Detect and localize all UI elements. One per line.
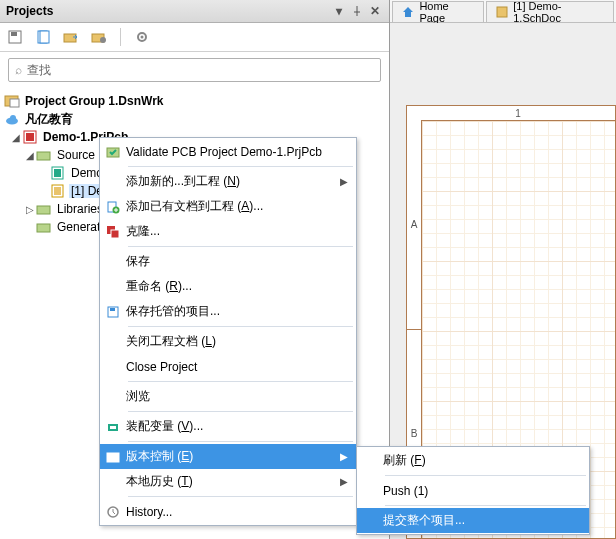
panel-pin-icon[interactable]	[349, 3, 365, 19]
document-tabs: Home Page [1] Demo-1.SchDoc	[390, 0, 616, 23]
tab-home[interactable]: Home Page	[392, 1, 484, 22]
panel-menu-icon[interactable]: ▾	[331, 3, 347, 19]
submenu-arrow-icon: ▶	[340, 176, 348, 187]
menu-rename[interactable]: 重命名 (R)...	[100, 274, 356, 299]
managed-icon	[100, 305, 126, 319]
version-control-icon	[100, 450, 126, 464]
panel-title-text: Projects	[6, 4, 53, 18]
cloud-icon	[4, 111, 20, 127]
svg-rect-3	[40, 31, 49, 43]
panel-header: Projects ▾ ✕	[0, 0, 389, 23]
menu-version-control[interactable]: 版本控制 (E)▶	[100, 444, 356, 469]
context-menu: Validate PCB Project Demo-1.PrjPcb 添加新的.…	[99, 137, 357, 526]
submenu-arrow-icon: ▶	[340, 476, 348, 487]
menu-label: 提交整个项目...	[383, 512, 589, 529]
search-input[interactable]: ⌕ 查找	[8, 58, 381, 82]
menu-label: 版本控制 (E)	[126, 448, 356, 465]
tree-label: Project Group 1.DsnWrk	[23, 94, 165, 108]
menu-label: 刷新 (F)	[383, 452, 589, 469]
gear-icon[interactable]	[133, 28, 151, 46]
expand-icon[interactable]: ▷	[24, 204, 36, 215]
menu-label: Close Project	[126, 360, 356, 374]
menu-label: 装配变量 (V)...	[126, 418, 356, 435]
menu-label: 本地历史 (T)	[126, 473, 356, 490]
submenu-refresh[interactable]: 刷新 (F)	[357, 448, 589, 473]
tab-label: [1] Demo-1.SchDoc	[513, 0, 605, 24]
clone-icon	[100, 225, 126, 239]
svg-rect-4	[64, 34, 76, 42]
menu-label: 保存托管的项目...	[126, 303, 356, 320]
folder-icon	[36, 147, 52, 163]
projects-panel: Projects ▾ ✕ ⌕ 查找 Project Group 1.DsnWrk	[0, 0, 390, 539]
column-header: 1	[421, 106, 615, 121]
svg-rect-14	[26, 133, 34, 141]
tree-label: 凡亿教育	[23, 111, 75, 128]
project-icon	[22, 129, 38, 145]
submenu-commit[interactable]: 提交整个项目...	[357, 508, 589, 533]
workspace-icon	[4, 93, 20, 109]
svg-rect-15	[37, 152, 50, 160]
tree-label: Generat	[55, 220, 102, 234]
menu-save[interactable]: 保存	[100, 249, 356, 274]
svg-rect-1	[11, 32, 17, 36]
menu-close-project[interactable]: Close Project	[100, 354, 356, 379]
svg-rect-26	[111, 230, 119, 238]
tab-label: Home Page	[419, 0, 474, 24]
menu-save-managed[interactable]: 保存托管的项目...	[100, 299, 356, 324]
svg-rect-30	[110, 426, 116, 429]
svg-rect-21	[37, 224, 50, 232]
home-icon	[401, 5, 414, 19]
folder-icon	[36, 201, 52, 217]
menu-local-history[interactable]: 本地历史 (T)▶	[100, 469, 356, 494]
svg-rect-19	[54, 187, 61, 195]
menu-label: 关闭工程文档 (L)	[126, 333, 356, 350]
tab-schdoc[interactable]: [1] Demo-1.SchDoc	[486, 1, 614, 22]
assembly-icon	[100, 420, 126, 434]
menu-label: 浏览	[126, 388, 356, 405]
menu-label: 添加已有文档到工程 (A)...	[126, 198, 356, 215]
menu-validate[interactable]: Validate PCB Project Demo-1.PrjPcb	[100, 139, 356, 164]
projects-toolbar	[0, 23, 389, 52]
pcb-doc-icon	[50, 165, 66, 181]
menu-label: 克隆...	[126, 223, 356, 240]
validate-icon	[100, 145, 126, 159]
search-placeholder: 查找	[27, 62, 51, 79]
search-icon: ⌕	[15, 63, 22, 77]
tree-label: Libraries	[55, 202, 105, 216]
tree-root[interactable]: Project Group 1.DsnWrk	[4, 92, 389, 110]
expand-icon[interactable]: ◢	[10, 132, 22, 143]
menu-history[interactable]: History...	[100, 499, 356, 524]
row-cell: A	[407, 120, 421, 330]
menu-close-docs[interactable]: 关闭工程文档 (L)	[100, 329, 356, 354]
add-doc-icon	[100, 200, 126, 214]
history-icon	[100, 505, 126, 519]
sch-doc-icon	[50, 183, 66, 199]
menu-label: 保存	[126, 253, 356, 270]
panel-close-icon[interactable]: ✕	[367, 3, 383, 19]
submenu-push[interactable]: Push (1)	[357, 478, 589, 503]
svg-rect-17	[54, 169, 61, 177]
svg-point-8	[141, 36, 144, 39]
folder-arrow-icon[interactable]	[62, 28, 80, 46]
save-icon[interactable]	[6, 28, 24, 46]
svg-rect-33	[497, 7, 507, 17]
expand-icon[interactable]: ◢	[24, 150, 36, 161]
menu-assembly[interactable]: 装配变量 (V)...	[100, 414, 356, 439]
svg-point-12	[10, 115, 16, 121]
menu-label: History...	[126, 505, 356, 519]
svg-point-6	[100, 37, 106, 43]
svg-rect-28	[110, 308, 115, 311]
menu-label: 重命名 (R)...	[126, 278, 356, 295]
menu-add-new[interactable]: 添加新的...到工程 (N)▶	[100, 169, 356, 194]
menu-label: 添加新的...到工程 (N)	[126, 173, 356, 190]
folder-gear-icon[interactable]	[90, 28, 108, 46]
menu-label: Push (1)	[383, 484, 589, 498]
document-icon[interactable]	[34, 28, 52, 46]
menu-label: Validate PCB Project Demo-1.PrjPcb	[126, 145, 356, 159]
tree-edu[interactable]: 凡亿教育	[4, 110, 389, 128]
folder-icon	[36, 219, 52, 235]
menu-browse[interactable]: 浏览	[100, 384, 356, 409]
submenu-arrow-icon: ▶	[340, 451, 348, 462]
menu-clone[interactable]: 克隆...	[100, 219, 356, 244]
menu-add-existing[interactable]: 添加已有文档到工程 (A)...	[100, 194, 356, 219]
